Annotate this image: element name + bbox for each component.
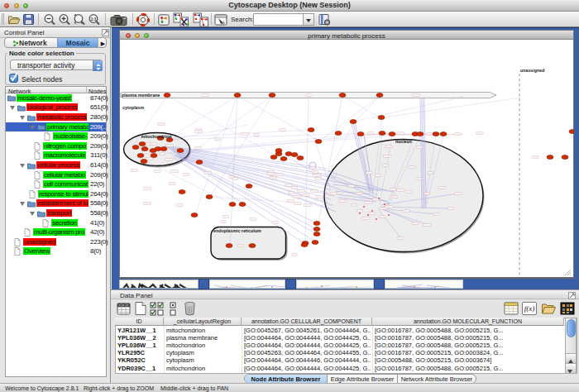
svg-text:plasma membrane: plasma membrane xyxy=(122,93,160,98)
svg-text:1:1: 1:1 xyxy=(90,17,96,22)
svg-text:unassigned: unassigned xyxy=(520,68,544,73)
svg-text:mitochondrion: mitochondrion xyxy=(141,134,171,139)
svg-text:nucleus: nucleus xyxy=(395,139,412,144)
svg-text:endoplasmic reticulum: endoplasmic reticulum xyxy=(213,228,261,233)
svg-text:cytoplasm: cytoplasm xyxy=(122,105,144,110)
